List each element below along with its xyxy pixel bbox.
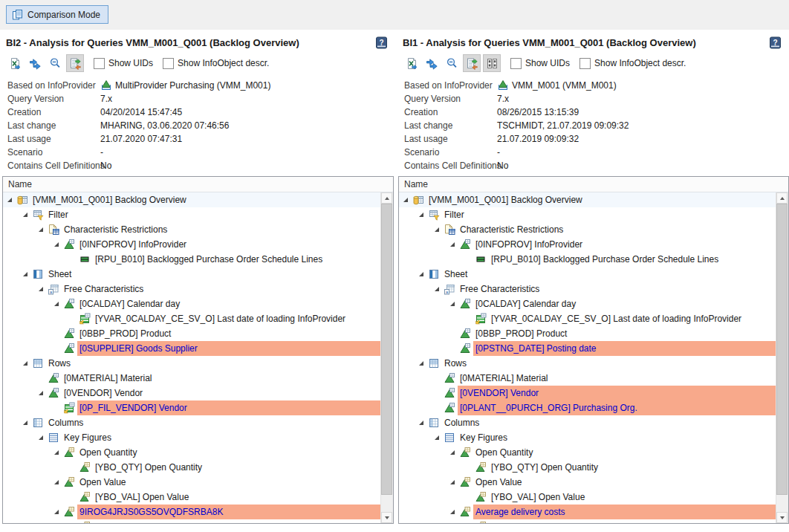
expander-icon[interactable] [415,361,428,366]
expander-icon[interactable] [19,272,32,276]
export-excel-button[interactable] [403,54,421,72]
tree-row[interactable]: Characteristic Restrictions [3,222,381,237]
tree-row[interactable]: [RPU_B010] Backlogged Purchase Order Sch… [3,252,381,267]
tree-row[interactable]: [0CALDAY] Calendar day [3,296,381,311]
tree-row[interactable]: [YBO_QTY] Open Quantity [3,460,381,475]
scrollbar-thumb[interactable] [776,204,788,495]
tree-row[interactable]: aFree Characteristics [3,282,381,296]
tree-row[interactable]: Columns [3,415,381,430]
expander-icon[interactable] [3,198,16,202]
sync-views-button[interactable] [483,54,501,72]
tree-row[interactable]: [0MATERIAL] Material [399,371,776,386]
tree-row[interactable]: Columns [399,415,776,430]
tree-row[interactable]: Open Value [3,475,381,490]
help-button[interactable]: ? [375,36,388,49]
expander-icon[interactable] [446,242,459,247]
expander-icon[interactable] [19,361,32,366]
checkbox-show-uids[interactable]: Show UIDs [510,58,570,69]
tree-row[interactable]: [VMM_M001_Q001] Backlog Overview [399,192,776,207]
expander-icon[interactable] [430,227,444,232]
tree-row[interactable]: [0BBP_PROD] Product [3,326,381,341]
tree-row[interactable]: Open Quantity [3,445,381,460]
expander-icon[interactable] [19,213,32,217]
zoom-out-button[interactable] [443,54,461,72]
expander-icon[interactable] [399,198,412,202]
checkbox-box[interactable] [163,58,174,69]
expander-icon[interactable] [34,227,48,232]
tree-row[interactable]: Open Value [399,475,776,490]
tree-row[interactable]: [YBO_VAL] Open Value [3,490,381,505]
tree-row[interactable]: [RPU_B010] Backlogged Purchase Order Sch… [399,252,776,267]
tree-row[interactable]: [VMM_M001_Q001] Backlog Overview [3,192,381,207]
comparison-mode-button[interactable]: Comparison Mode [6,5,108,24]
tree-row[interactable]: [0PSTNG_DATE] Posting date [399,341,776,356]
checkbox-box[interactable] [94,58,105,69]
expander-icon[interactable] [19,421,32,425]
tree-row[interactable]: Average delivery costs [399,505,776,519]
expander-icon[interactable] [34,391,48,395]
scroll-up-button[interactable] [776,192,788,204]
expander-icon[interactable] [34,287,48,291]
tree-row[interactable]: Open Quantity [399,445,776,460]
tree-row[interactable]: fx[VMM_M001_CKF001] Average delivery cos… [399,519,776,523]
help-button[interactable]: ? [769,36,782,49]
export-excel-button[interactable] [6,54,24,72]
transport-button[interactable] [423,54,441,72]
vertical-scrollbar[interactable] [380,192,393,523]
tree-row[interactable]: Sheet [3,267,381,282]
scroll-down-button[interactable] [381,512,392,523]
tree-row[interactable]: aFree Characteristics [399,282,776,296]
tree-row[interactable]: [YBO_QTY] Open Quantity [399,460,776,475]
tree-row[interactable]: Sheet [399,267,776,282]
tree-row[interactable]: [YBO_VAL] Open Value [399,490,776,505]
compare-button[interactable] [66,54,84,72]
expander-icon[interactable] [430,435,444,440]
transport-button[interactable] [26,54,44,72]
tree-row[interactable]: [0P_FIL_VENDOR] Vendor [3,400,381,415]
expander-icon[interactable] [50,450,63,455]
checkbox-box[interactable] [579,58,591,69]
scroll-up-button[interactable] [381,192,392,204]
tree-row[interactable]: [0PLANT__0PURCH_ORG] Purchasing Org. [399,400,776,415]
expander-icon[interactable] [446,480,459,484]
tree-row[interactable]: [0SUPPLIER] Goods Supplier [3,341,381,356]
tree-row[interactable]: 9IROG4JRJS0GS5OVQDFSRBA8K [3,505,381,519]
expander-icon[interactable] [446,450,459,455]
tree-row[interactable]: [0INFOPROV] InfoProvider [3,237,381,252]
expander-icon[interactable] [34,435,48,440]
tree-row[interactable]: [0INFOPROV] InfoProvider [399,237,776,252]
expander-icon[interactable] [50,480,63,484]
tree-row[interactable]: [0VENDOR] Vendor [3,386,381,400]
tree-row[interactable]: Key Figures [3,430,381,445]
scroll-down-button[interactable] [776,512,788,523]
tree-row[interactable]: Filter [3,207,381,222]
tree-row[interactable]: Rows [399,356,776,371]
expander-icon[interactable] [50,302,63,306]
tree-row[interactable]: [0CALDAY] Calendar day [399,296,776,311]
expander-icon[interactable] [50,510,63,514]
checkbox-show-infoobject-descr[interactable]: Show InfoObject descr. [163,58,269,69]
tree-row[interactable]: [0MATERIAL] Material [3,371,381,386]
expander-icon[interactable] [446,510,459,514]
checkbox-show-infoobject-descr[interactable]: Show InfoObject descr. [579,58,686,69]
expander-icon[interactable] [50,242,63,247]
tree-row[interactable]: [YVAR_0CALDAY_CE_SV_O] Last date of load… [3,311,381,326]
tree-row[interactable]: [YVAR_0CALDAY_CE_SV_O] Last date of load… [399,311,776,326]
zoom-out-button[interactable] [46,54,64,72]
vertical-scrollbar[interactable] [776,192,788,523]
tree-row[interactable]: Filter [399,207,776,222]
tree-row[interactable]: [0BBP_PROD] Product [399,326,776,341]
tree-row[interactable]: Rows [3,356,381,371]
expander-icon[interactable] [415,213,428,217]
tree-row[interactable]: [0VENDOR] Vendor [399,386,776,400]
expander-icon[interactable] [430,287,444,291]
tree-row[interactable]: Characteristic Restrictions [399,222,776,237]
scrollbar-thumb[interactable] [381,204,392,495]
expander-icon[interactable] [415,421,428,425]
tree-row[interactable]: Key Figures [399,430,776,445]
checkbox-show-uids[interactable]: Show UIDs [94,58,153,69]
compare-button[interactable] [463,54,481,72]
checkbox-box[interactable] [510,58,522,69]
expander-icon[interactable] [415,272,428,276]
tree-row[interactable]: fx[VMM_M001_CKF001] Average delivery cos… [3,519,381,523]
